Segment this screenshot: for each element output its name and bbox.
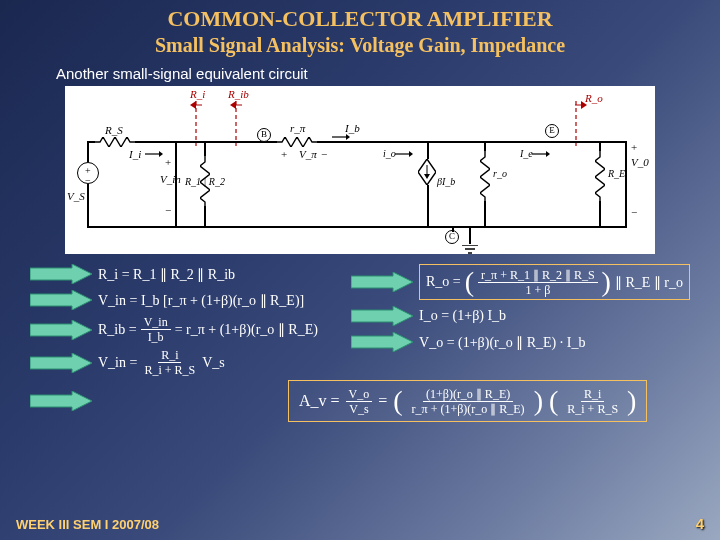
arrow-icon <box>30 353 92 373</box>
svg-marker-16 <box>546 151 550 157</box>
svg-marker-3 <box>190 101 196 109</box>
svg-marker-24 <box>30 290 92 310</box>
svg-marker-30 <box>30 391 92 411</box>
arrow-icon <box>351 272 413 292</box>
arrow-icon <box>30 290 92 310</box>
eq-vin2: V_in = R_iR_i + R_S V_s <box>98 349 225 376</box>
eq-ri: R_i = R_1 ∥ R_2 ∥ R_ib <box>98 266 235 283</box>
svg-marker-29 <box>351 332 413 352</box>
eq-av-row: A_v = V_oV_s = ( (1+β)(r_o ∥ R_E)r_π + (… <box>30 380 690 422</box>
svg-marker-6 <box>230 101 236 109</box>
svg-marker-28 <box>351 306 413 326</box>
svg-marker-23 <box>30 264 92 284</box>
arrow-icon <box>351 332 413 352</box>
circuit-caption: Another small-signal equivalent circuit <box>56 65 720 82</box>
eq-io: I_o = (1+β) I_b <box>419 308 506 324</box>
arrow-icon <box>30 320 92 340</box>
arrow-icon <box>30 391 92 411</box>
formula-block: R_i = R_1 ∥ R_2 ∥ R_ib V_in = I_b [r_π +… <box>30 264 690 376</box>
eq-vin1: V_in = I_b [r_π + (1+β)(r_o ∥ R_E)] <box>98 292 304 309</box>
slide-title: COMMON-COLLECTOR AMPLIFIER <box>0 6 720 32</box>
svg-marker-27 <box>351 272 413 292</box>
svg-marker-14 <box>409 151 413 157</box>
circuit-diagram: + − V_S R_S I_i + V_in − R_i R_1 | R_2 R… <box>65 86 655 254</box>
arrow-icon <box>30 264 92 284</box>
eq-ro: R_o = ( r_π + R_1 ∥ R_2 ∥ R_S1 + β ) ∥ R… <box>419 264 690 300</box>
eq-av: A_v = V_oV_s = ( (1+β)(r_o ∥ R_E)r_π + (… <box>288 380 647 422</box>
eq-rib: R_ib = V_inI_b = r_π + (1+β)(r_o ∥ R_E) <box>98 316 318 343</box>
eq-vo: V_o = (1+β)(r_o ∥ R_E) · I_b <box>419 334 585 351</box>
footer-text: WEEK III SEM I 2007/08 <box>16 517 159 532</box>
arrow-icon <box>351 306 413 326</box>
slide-subtitle: Small Signal Analysis: Voltage Gain, Imp… <box>0 34 720 57</box>
page-number: 4 <box>696 515 704 532</box>
svg-marker-9 <box>346 134 350 140</box>
svg-marker-1 <box>159 151 163 157</box>
svg-marker-26 <box>30 353 92 373</box>
svg-marker-25 <box>30 320 92 340</box>
